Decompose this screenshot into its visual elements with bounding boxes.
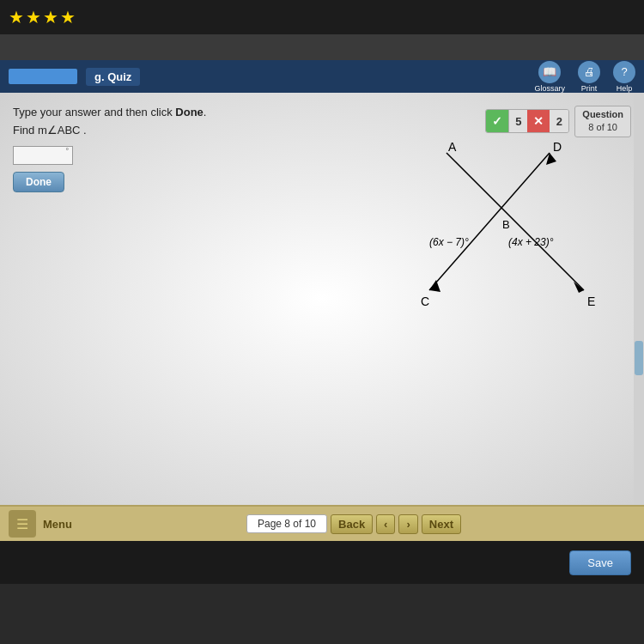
- geometry-diagram: A D B C E (6x − 7)° (4x + 23)°: [378, 136, 618, 350]
- help-label: Help: [617, 84, 633, 93]
- question-text-area: Type your answer and then click Done. Fi…: [13, 106, 485, 137]
- help-icon: ?: [613, 61, 635, 83]
- print-icon: 🖨: [578, 61, 600, 83]
- quiz-label: g. Quiz: [86, 68, 140, 86]
- label-b: B: [502, 218, 510, 231]
- svg-marker-1: [574, 282, 584, 293]
- question-label: Question: [582, 108, 623, 121]
- score-question-area: ✓ 5 ✕ 2 Question 8 of 10: [485, 106, 631, 137]
- question-badge: Question 8 of 10: [574, 106, 631, 137]
- main-content: Type your answer and then click Done. Fi…: [0, 93, 644, 505]
- glossary-label: Glossary: [534, 84, 565, 93]
- glossary-button[interactable]: 📖 Glossary: [534, 61, 565, 93]
- correct-count: 5: [508, 110, 527, 132]
- x-icon: ✕: [527, 110, 550, 132]
- menu-icon: ☰: [9, 510, 36, 538]
- page-indicator: Page 8 of 10: [246, 514, 327, 533]
- question-of: 8 of 10: [588, 122, 617, 132]
- geometry-svg: A D B C E (6x − 7)° (4x + 23)°: [378, 136, 618, 350]
- footer: ☰ Menu Page 8 of 10 Back ‹ › Next: [0, 505, 644, 541]
- label-c: C: [421, 295, 429, 308]
- top-bar: ★★★★: [0, 0, 644, 34]
- back-button[interactable]: Back: [331, 514, 373, 534]
- browser-chrome: [0, 34, 644, 60]
- print-label: Print: [581, 84, 598, 93]
- save-button[interactable]: Save: [569, 550, 631, 575]
- app-title-area: g. Quiz: [9, 68, 140, 86]
- next-label-button[interactable]: Next: [422, 514, 461, 534]
- svg-line-0: [447, 153, 584, 290]
- stars: ★★★★: [9, 7, 77, 27]
- angle-right-label: (4x + 23)°: [508, 236, 554, 248]
- label-d: D: [553, 140, 562, 154]
- svg-line-2: [429, 153, 550, 290]
- help-button[interactable]: ? Help: [613, 61, 635, 93]
- header-icons: 📖 Glossary 🖨 Print ? Help: [534, 61, 635, 93]
- label-e: E: [587, 295, 595, 308]
- instruction-text: Type your answer and then click Done.: [13, 106, 485, 118]
- bottom-bar: Save: [0, 541, 644, 584]
- footer-left: ☰ Menu: [9, 510, 72, 538]
- app-header: g. Quiz 📖 Glossary 🖨 Print ? Help: [0, 60, 644, 93]
- score-box: ✓ 5 ✕ 2: [485, 109, 569, 133]
- svg-marker-3: [429, 280, 440, 292]
- menu-label[interactable]: Menu: [43, 518, 72, 531]
- print-button[interactable]: 🖨 Print: [578, 61, 600, 93]
- incorrect-count: 2: [550, 110, 568, 132]
- glossary-icon: 📖: [538, 61, 561, 83]
- label-a: A: [448, 140, 457, 154]
- degree-symbol: °: [65, 147, 69, 155]
- next-button[interactable]: ›: [398, 514, 417, 534]
- done-button[interactable]: Done: [13, 172, 64, 192]
- done-bold: Done: [175, 106, 204, 118]
- find-text: Find m∠ABC .: [13, 124, 485, 137]
- footer-center: Page 8 of 10 Back ‹ › Next: [246, 514, 461, 534]
- instruction-part: Type your answer and then click: [13, 106, 175, 118]
- angle-left-label: (6x − 7)°: [429, 236, 469, 248]
- checkmark-icon: ✓: [486, 110, 508, 132]
- scrollbar-thumb[interactable]: [635, 341, 643, 375]
- answer-text-field[interactable]: [17, 147, 69, 164]
- screen: ★★★★ g. Quiz 📖 Glossary 🖨 Print ? Help: [0, 0, 644, 644]
- question-bar: Type your answer and then click Done. Fi…: [13, 106, 631, 137]
- prev-button[interactable]: ‹: [376, 514, 395, 534]
- app-logo: [9, 69, 77, 84]
- scrollbar[interactable]: [634, 93, 644, 505]
- answer-input-wrapper[interactable]: °: [13, 146, 73, 165]
